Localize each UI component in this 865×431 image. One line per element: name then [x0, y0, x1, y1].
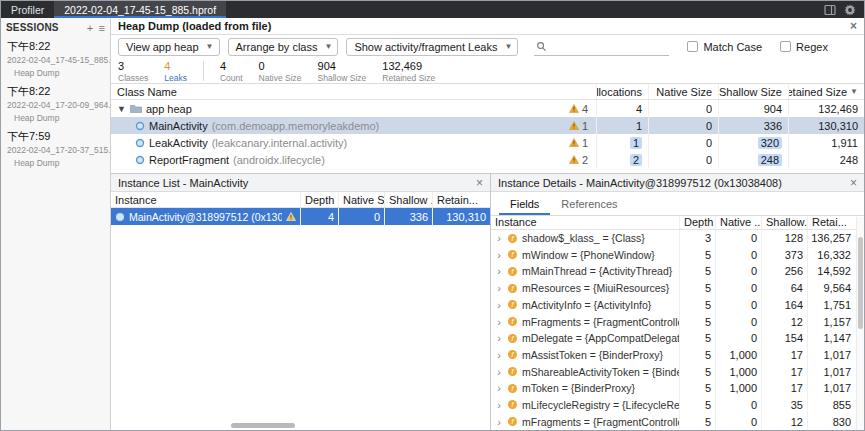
instance-details-tabs: Fields References [491, 192, 864, 216]
column-shallow-size[interactable]: Shallow... [761, 216, 807, 229]
column-class-name[interactable]: Class Name [111, 86, 596, 98]
leak-badge: 2 [569, 154, 590, 166]
field-icon: f [507, 416, 518, 427]
field-row[interactable]: › f mActivityInfo = {ActivityInfo} 5 0 1… [491, 297, 864, 314]
column-instance[interactable]: Instance [111, 194, 300, 206]
session-item[interactable]: 下午7:59 2022-02-04_17-20-37_515.hprof Hea… [1, 127, 110, 172]
fields-table-body: › f shadow$_klass_ = {Class} 3 0 128 136… [491, 230, 864, 430]
expand-chevron-icon[interactable]: › [495, 416, 503, 428]
column-shallow-size[interactable]: Shallow ... [384, 192, 432, 207]
regex-checkbox[interactable]: Regex [780, 41, 828, 53]
hprof-session-tab[interactable]: 2022-02-04_17-45-15_885.hprof [54, 1, 226, 18]
warning-icon [286, 212, 296, 221]
column-retained-size[interactable]: Retain... [432, 192, 490, 207]
field-row[interactable]: › f mToken = {BinderProxy} 5 1,000 17 1,… [491, 380, 864, 397]
heap-folder-icon [130, 104, 142, 114]
expand-chevron-icon[interactable]: › [495, 316, 503, 328]
session-file: 2022-02-04_17-20-09_964.hprof [7, 100, 110, 110]
scrollbar-thumb[interactable] [858, 237, 863, 329]
column-native-size[interactable]: Native S... [338, 192, 384, 207]
field-icon: f [507, 266, 518, 277]
column-native-size[interactable]: Native Size [648, 84, 718, 99]
checkbox-icon [687, 41, 698, 52]
column-shallow-size[interactable]: Shallow Size [718, 84, 788, 99]
class-row-mainactivity[interactable]: MainActivity (com.demoapp.memoryleakdemo… [111, 117, 864, 134]
expand-chevron-icon[interactable]: › [495, 349, 503, 361]
session-kind[interactable]: Heap Dump [7, 68, 110, 78]
stat-retained-size: 132,469Retained Size [382, 60, 435, 83]
expand-chevron-icon[interactable]: › [495, 299, 503, 311]
column-instance[interactable]: Instance [491, 216, 679, 228]
field-icon: f [507, 399, 518, 410]
expand-chevron-icon[interactable]: › [495, 332, 503, 344]
arrange-select[interactable]: Arrange by class ▼ [228, 38, 339, 56]
match-case-checkbox[interactable]: Match Case [687, 41, 762, 53]
titlebar: Profiler 2022-02-04_17-45-15_885.hprof [1, 1, 864, 18]
column-depth[interactable]: Depth [679, 216, 715, 229]
field-row[interactable]: › f mMainThread = {ActivityThread} 5 0 2… [491, 263, 864, 280]
session-item[interactable]: 下午8:22 2022-02-04_17-45-15_885.hprof Hea… [1, 37, 110, 82]
column-retained-size[interactable]: Retained Size ▼ [788, 84, 864, 99]
field-row[interactable]: › f mFragments = {FragmentController} 5 … [491, 313, 864, 330]
field-row[interactable]: › f mShareableActivityToken = {BinderPro… [491, 363, 864, 380]
titlebar-actions [824, 4, 864, 16]
tab-fields[interactable]: Fields [499, 192, 550, 215]
field-icon: f [507, 283, 518, 294]
field-icon: f [507, 333, 518, 344]
field-row[interactable]: › f mResources = {MiuiResources} 5 0 64 … [491, 280, 864, 297]
expand-arrow-icon[interactable]: ▼ [117, 104, 126, 114]
hprof-tab-label: 2022-02-04_17-45-15_885.hprof [64, 4, 216, 16]
field-row[interactable]: › f mFragments = {FragmentController} 5 … [491, 413, 864, 430]
heap-select[interactable]: View app heap ▼ [118, 38, 220, 56]
field-row[interactable]: › f mWindow = {PhoneWindow} 5 0 373 16,3… [491, 246, 864, 263]
layout-icon[interactable] [824, 4, 836, 16]
class-row-app-heap[interactable]: ▼ app heap 4 4 0 904 132,469 [111, 100, 864, 117]
column-native-size[interactable]: Native ... [715, 216, 761, 229]
heap-dump-panel: Heap Dump (loaded from file) × View app … [111, 18, 864, 430]
gear-icon[interactable] [844, 4, 856, 16]
session-kind[interactable]: Heap Dump [7, 158, 110, 168]
field-row[interactable]: › f mAssistToken = {BinderProxy} 5 1,000… [491, 347, 864, 364]
expand-chevron-icon[interactable]: › [495, 265, 503, 277]
close-icon[interactable]: × [850, 177, 857, 189]
expand-chevron-icon[interactable]: › [495, 232, 503, 244]
vertical-scrollbar[interactable] [856, 217, 864, 430]
class-row-leakactivity[interactable]: LeakActivity (leakcanary.internal.activi… [111, 134, 864, 151]
column-retained-size[interactable]: Retai... [807, 216, 855, 229]
stat-shallow-size: 904Shallow Size [318, 60, 367, 83]
search-field[interactable] [534, 38, 669, 56]
class-icon [135, 121, 145, 131]
session-time: 下午7:59 [7, 129, 110, 144]
instance-list-table-header: Instance Depth Native S... Shallow ... R… [111, 192, 490, 208]
class-row-reportfragment[interactable]: ReportFragment (androidx.lifecycle) 2 2 … [111, 151, 864, 168]
instance-row-mainactivity[interactable]: MainActivity@318997512 (0x13038408) 4 0 … [111, 208, 490, 225]
leak-badge: 1 [569, 120, 590, 132]
session-kind[interactable]: Heap Dump [7, 113, 110, 123]
tab-references[interactable]: References [550, 192, 628, 215]
stat-leaks[interactable]: 4Leaks [164, 60, 187, 83]
expand-chevron-icon[interactable]: › [495, 249, 503, 261]
add-session-icon[interactable]: + [87, 22, 94, 34]
profiler-menu-label[interactable]: Profiler [1, 4, 54, 16]
close-icon[interactable]: × [476, 177, 483, 189]
leak-badge: 1 [569, 137, 590, 149]
expand-chevron-icon[interactable]: › [495, 366, 503, 378]
field-row[interactable]: › f mDelegate = {AppCompatDelegateImpl} … [491, 330, 864, 347]
expand-chevron-icon[interactable]: › [495, 382, 503, 394]
expand-chevron-icon[interactable]: › [495, 399, 503, 411]
expand-chevron-icon[interactable]: › [495, 282, 503, 294]
field-row[interactable]: › f mLifecycleRegistry = {LifecycleRegis… [491, 397, 864, 414]
session-options-icon[interactable]: ≡ [98, 22, 105, 34]
search-input[interactable] [551, 40, 667, 52]
column-allocations[interactable]: Allocations [596, 84, 648, 99]
sessions-header: SESSIONS + ≡ [1, 18, 110, 37]
close-icon[interactable]: × [850, 20, 857, 32]
horizontal-scrollbar-thumb[interactable] [231, 423, 295, 428]
field-row[interactable]: › f shadow$_klass_ = {Class} 3 0 128 136… [491, 230, 864, 247]
column-depth[interactable]: Depth [300, 192, 338, 207]
filter-select[interactable]: Show activity/fragment Leaks ▼ [346, 38, 518, 56]
warning-icon [569, 155, 579, 164]
instance-list-panel: Instance List - MainActivity × Instance … [111, 174, 491, 430]
session-item[interactable]: 下午8:22 2022-02-04_17-20-09_964.hprof Hea… [1, 82, 110, 127]
field-icon: f [507, 383, 518, 394]
